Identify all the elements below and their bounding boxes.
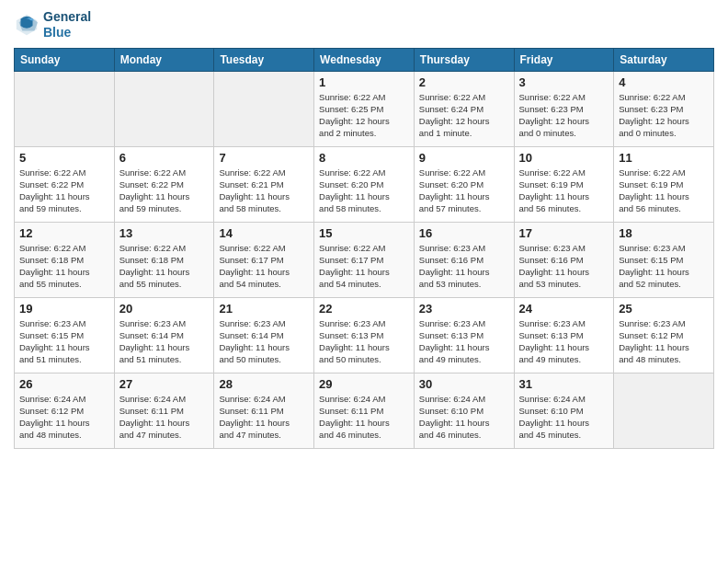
day-info: Sunrise: 6:23 AM Sunset: 6:13 PM Dayligh… [419,317,509,366]
day-info: Sunrise: 6:24 AM Sunset: 6:11 PM Dayligh… [219,393,309,442]
day-cell: 2Sunrise: 6:22 AM Sunset: 6:24 PM Daylig… [414,71,514,146]
day-number: 8 [319,151,409,165]
day-info: Sunrise: 6:22 AM Sunset: 6:22 PM Dayligh… [19,167,109,215]
day-cell: 14Sunrise: 6:22 AM Sunset: 6:17 PM Dayli… [214,222,314,297]
col-header-friday: Friday [514,48,614,71]
day-info: Sunrise: 6:22 AM Sunset: 6:19 PM Dayligh… [619,167,709,215]
day-info: Sunrise: 6:22 AM Sunset: 6:23 PM Dayligh… [519,91,609,140]
day-number: 27 [119,377,210,391]
day-number: 18 [619,226,709,240]
day-cell [214,71,314,146]
day-cell: 10Sunrise: 6:22 AM Sunset: 6:19 PM Dayli… [514,146,614,222]
day-number: 2 [419,75,509,89]
day-number: 29 [319,377,409,391]
day-info: Sunrise: 6:23 AM Sunset: 6:14 PM Dayligh… [119,317,210,366]
day-cell: 1Sunrise: 6:22 AM Sunset: 6:25 PM Daylig… [314,71,415,146]
day-cell: 22Sunrise: 6:23 AM Sunset: 6:13 PM Dayli… [314,297,415,373]
day-info: Sunrise: 6:23 AM Sunset: 6:13 PM Dayligh… [319,317,409,366]
day-info: Sunrise: 6:22 AM Sunset: 6:25 PM Dayligh… [319,91,409,140]
day-info: Sunrise: 6:24 AM Sunset: 6:10 PM Dayligh… [519,393,609,442]
day-number: 22 [319,302,409,316]
col-header-saturday: Saturday [614,48,714,71]
day-info: Sunrise: 6:24 AM Sunset: 6:11 PM Dayligh… [119,393,210,442]
day-cell: 21Sunrise: 6:23 AM Sunset: 6:14 PM Dayli… [214,297,314,373]
col-header-monday: Monday [114,48,214,71]
day-cell: 17Sunrise: 6:23 AM Sunset: 6:16 PM Dayli… [514,222,614,297]
day-number: 12 [19,226,109,240]
day-cell [614,373,714,448]
day-cell [114,71,214,146]
day-cell [15,71,115,146]
day-cell: 19Sunrise: 6:23 AM Sunset: 6:15 PM Dayli… [15,297,115,373]
day-cell: 4Sunrise: 6:22 AM Sunset: 6:23 PM Daylig… [614,71,714,146]
day-cell: 28Sunrise: 6:24 AM Sunset: 6:11 PM Dayli… [214,373,314,448]
day-number: 15 [319,226,409,240]
day-cell: 27Sunrise: 6:24 AM Sunset: 6:11 PM Dayli… [114,373,214,448]
day-cell: 29Sunrise: 6:24 AM Sunset: 6:11 PM Dayli… [314,373,415,448]
day-cell: 9Sunrise: 6:22 AM Sunset: 6:20 PM Daylig… [414,146,514,222]
day-number: 11 [619,151,709,165]
day-cell: 18Sunrise: 6:23 AM Sunset: 6:15 PM Dayli… [614,222,714,297]
week-row-1: 1Sunrise: 6:22 AM Sunset: 6:25 PM Daylig… [15,71,714,146]
day-number: 23 [419,302,509,316]
day-cell: 12Sunrise: 6:22 AM Sunset: 6:18 PM Dayli… [15,222,115,297]
day-number: 13 [119,226,210,240]
day-info: Sunrise: 6:23 AM Sunset: 6:16 PM Dayligh… [419,242,509,291]
day-number: 21 [219,302,309,316]
day-cell: 25Sunrise: 6:23 AM Sunset: 6:12 PM Dayli… [614,297,714,373]
day-cell: 26Sunrise: 6:24 AM Sunset: 6:12 PM Dayli… [15,373,115,448]
day-number: 9 [419,151,509,165]
day-number: 10 [519,151,609,165]
day-number: 17 [519,226,609,240]
day-info: Sunrise: 6:22 AM Sunset: 6:18 PM Dayligh… [119,242,210,291]
day-info: Sunrise: 6:23 AM Sunset: 6:12 PM Dayligh… [619,317,709,366]
day-cell: 16Sunrise: 6:23 AM Sunset: 6:16 PM Dayli… [414,222,514,297]
day-cell: 3Sunrise: 6:22 AM Sunset: 6:23 PM Daylig… [514,71,614,146]
calendar-table: SundayMondayTuesdayWednesdayThursdayFrid… [14,48,714,449]
day-number: 16 [419,226,509,240]
header: General Blue [14,9,714,40]
day-cell: 30Sunrise: 6:24 AM Sunset: 6:10 PM Dayli… [414,373,514,448]
logo-text: General Blue [43,9,91,40]
day-info: Sunrise: 6:22 AM Sunset: 6:22 PM Dayligh… [119,167,210,215]
day-info: Sunrise: 6:22 AM Sunset: 6:24 PM Dayligh… [419,91,509,140]
day-info: Sunrise: 6:23 AM Sunset: 6:13 PM Dayligh… [519,317,609,366]
header-row: SundayMondayTuesdayWednesdayThursdayFrid… [15,48,714,71]
day-cell: 6Sunrise: 6:22 AM Sunset: 6:22 PM Daylig… [114,146,214,222]
day-number: 7 [219,151,309,165]
day-number: 24 [519,302,609,316]
day-number: 14 [219,226,309,240]
col-header-wednesday: Wednesday [314,48,415,71]
day-info: Sunrise: 6:22 AM Sunset: 6:20 PM Dayligh… [319,167,409,215]
day-number: 4 [619,75,709,89]
day-number: 5 [19,151,109,165]
day-cell: 20Sunrise: 6:23 AM Sunset: 6:14 PM Dayli… [114,297,214,373]
logo-icon [14,12,40,38]
week-row-5: 26Sunrise: 6:24 AM Sunset: 6:12 PM Dayli… [15,373,714,448]
col-header-tuesday: Tuesday [214,48,314,71]
day-number: 31 [519,377,609,391]
day-number: 1 [319,75,409,89]
day-number: 25 [619,302,709,316]
day-info: Sunrise: 6:23 AM Sunset: 6:15 PM Dayligh… [619,242,709,291]
day-info: Sunrise: 6:23 AM Sunset: 6:14 PM Dayligh… [219,317,309,366]
day-cell: 13Sunrise: 6:22 AM Sunset: 6:18 PM Dayli… [114,222,214,297]
day-number: 6 [119,151,210,165]
day-cell: 31Sunrise: 6:24 AM Sunset: 6:10 PM Dayli… [514,373,614,448]
day-cell: 5Sunrise: 6:22 AM Sunset: 6:22 PM Daylig… [15,146,115,222]
calendar-page: General Blue SundayMondayTuesdayWednesda… [0,0,728,563]
day-info: Sunrise: 6:22 AM Sunset: 6:17 PM Dayligh… [319,242,409,291]
day-number: 3 [519,75,609,89]
day-info: Sunrise: 6:22 AM Sunset: 6:23 PM Dayligh… [619,91,709,140]
day-info: Sunrise: 6:22 AM Sunset: 6:19 PM Dayligh… [519,167,609,215]
day-cell: 15Sunrise: 6:22 AM Sunset: 6:17 PM Dayli… [314,222,415,297]
day-cell: 24Sunrise: 6:23 AM Sunset: 6:13 PM Dayli… [514,297,614,373]
day-info: Sunrise: 6:22 AM Sunset: 6:17 PM Dayligh… [219,242,309,291]
day-info: Sunrise: 6:22 AM Sunset: 6:21 PM Dayligh… [219,167,309,215]
day-cell: 23Sunrise: 6:23 AM Sunset: 6:13 PM Dayli… [414,297,514,373]
day-number: 28 [219,377,309,391]
week-row-2: 5Sunrise: 6:22 AM Sunset: 6:22 PM Daylig… [15,146,714,222]
col-header-thursday: Thursday [414,48,514,71]
day-number: 19 [19,302,109,316]
day-cell: 7Sunrise: 6:22 AM Sunset: 6:21 PM Daylig… [214,146,314,222]
